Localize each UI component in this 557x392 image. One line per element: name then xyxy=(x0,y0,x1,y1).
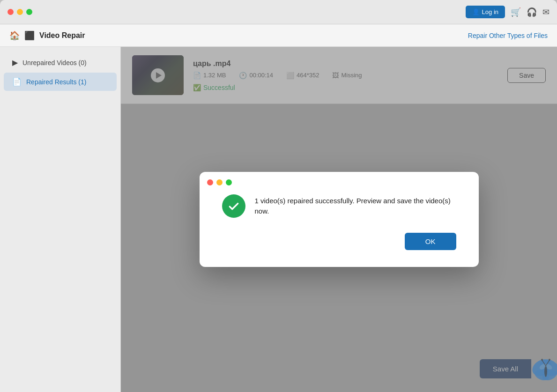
sidebar-repaired-label: Repaired Results (1) xyxy=(26,78,86,86)
video-file-icon: ▶ xyxy=(12,58,18,67)
user-icon: 👤 xyxy=(472,8,480,15)
dialog-traffic-lights xyxy=(207,179,232,185)
sidebar-item-repaired[interactable]: 📄 Repaired Results (1) xyxy=(4,73,117,91)
home-icon[interactable]: 🏠 xyxy=(9,30,20,41)
dialog-message: 1 video(s) repaired successfully. Previe… xyxy=(255,196,456,217)
sidebar-unrepaired-label: Unrepaired Videos (0) xyxy=(22,59,87,67)
email-button[interactable]: ✉ xyxy=(542,7,550,17)
title-bar: 👤 Log in 🛒 🎧 ✉ xyxy=(0,0,557,24)
title-bar-actions: 👤 Log in 🛒 🎧 ✉ xyxy=(466,6,550,18)
dialog: 1 video(s) repaired successfully. Previe… xyxy=(200,172,479,267)
login-button[interactable]: 👤 Log in xyxy=(466,6,505,18)
repair-other-link[interactable]: Repair Other Types of Files xyxy=(468,32,548,39)
login-label: Log in xyxy=(482,8,498,15)
content-area: царь .mp4 📄 1.32 MB 🕐 00:00:14 ⬜ 464*352 xyxy=(121,47,557,392)
dialog-content: 1 video(s) repaired successfully. Previe… xyxy=(222,194,456,218)
dialog-overlay: 1 video(s) repaired successfully. Previe… xyxy=(121,47,557,392)
dialog-maximize-button[interactable] xyxy=(226,179,232,185)
nav-right: Repair Other Types of Files xyxy=(468,31,548,40)
video-icon: ⬛ xyxy=(24,30,35,41)
close-button[interactable] xyxy=(7,9,14,15)
success-icon xyxy=(222,194,245,218)
traffic-lights xyxy=(7,9,32,15)
maximize-button[interactable] xyxy=(26,9,32,15)
ok-button[interactable]: OK xyxy=(405,233,456,250)
minimize-button[interactable] xyxy=(17,9,23,15)
checkmark-svg xyxy=(228,200,240,212)
headphones-button[interactable]: 🎧 xyxy=(527,7,537,17)
sidebar-item-unrepaired[interactable]: ▶ Unrepaired Videos (0) xyxy=(4,53,117,72)
main-layout: ▶ Unrepaired Videos (0) 📄 Repaired Resul… xyxy=(0,47,557,392)
cart-button[interactable]: 🛒 xyxy=(511,7,521,17)
cart-icon: 🛒 xyxy=(511,7,521,17)
repaired-file-icon: 📄 xyxy=(12,77,22,86)
email-icon: ✉ xyxy=(542,7,550,17)
dialog-close-button[interactable] xyxy=(207,179,213,185)
dialog-footer: OK xyxy=(222,233,456,250)
dialog-minimize-button[interactable] xyxy=(216,179,223,185)
headphones-icon: 🎧 xyxy=(527,7,537,17)
nav-bar: 🏠 ⬛ Video Repair Repair Other Types of F… xyxy=(0,24,557,47)
page-title: Video Repair xyxy=(39,31,85,40)
nav-left: 🏠 ⬛ Video Repair xyxy=(9,30,85,41)
sidebar: ▶ Unrepaired Videos (0) 📄 Repaired Resul… xyxy=(0,47,121,392)
